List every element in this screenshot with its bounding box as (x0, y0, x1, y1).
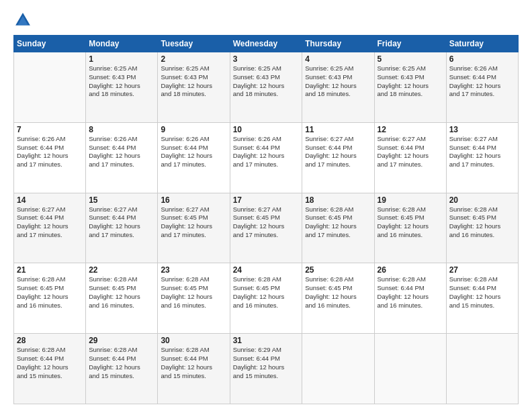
day-info: Sunrise: 6:27 AMSunset: 6:45 PMDaylight:… (161, 205, 226, 240)
calendar-cell: 3Sunrise: 6:25 AMSunset: 6:43 PMDaylight… (230, 52, 302, 123)
day-number: 12 (378, 125, 443, 134)
calendar-cell: 29Sunrise: 6:28 AMSunset: 6:44 PMDayligh… (86, 334, 158, 404)
logo (13, 11, 35, 30)
calendar-week-row: 21Sunrise: 6:28 AMSunset: 6:45 PMDayligh… (14, 263, 519, 334)
day-info: Sunrise: 6:25 AMSunset: 6:43 PMDaylight:… (161, 64, 226, 99)
calendar-cell: 31Sunrise: 6:29 AMSunset: 6:44 PMDayligh… (230, 334, 302, 404)
day-info: Sunrise: 6:26 AMSunset: 6:44 PMDaylight:… (89, 135, 154, 169)
day-number: 5 (378, 54, 443, 64)
header (13, 11, 519, 30)
calendar-week-row: 14Sunrise: 6:27 AMSunset: 6:44 PMDayligh… (14, 193, 519, 263)
day-number: 31 (233, 336, 300, 345)
day-number: 16 (161, 195, 226, 205)
calendar-cell: 20Sunrise: 6:28 AMSunset: 6:45 PMDayligh… (446, 193, 518, 263)
weekday-header: Monday (86, 36, 158, 52)
calendar-cell: 2Sunrise: 6:25 AMSunset: 6:43 PMDaylight… (158, 52, 230, 123)
day-number: 28 (17, 336, 83, 345)
calendar-table: SundayMondayTuesdayWednesdayThursdayFrid… (13, 35, 519, 404)
day-number: 23 (161, 265, 226, 275)
day-number: 30 (161, 336, 226, 345)
calendar-cell: 28Sunrise: 6:28 AMSunset: 6:44 PMDayligh… (14, 334, 86, 404)
calendar-cell: 5Sunrise: 6:25 AMSunset: 6:43 PMDaylight… (374, 52, 446, 123)
day-number: 21 (17, 265, 83, 275)
day-number: 18 (305, 195, 371, 205)
day-info: Sunrise: 6:26 AMSunset: 6:44 PMDaylight:… (233, 135, 300, 169)
calendar-cell: 13Sunrise: 6:27 AMSunset: 6:44 PMDayligh… (446, 122, 518, 193)
day-info: Sunrise: 6:28 AMSunset: 6:44 PMDaylight:… (449, 275, 515, 310)
day-number: 1 (89, 54, 154, 64)
day-info: Sunrise: 6:27 AMSunset: 6:44 PMDaylight:… (89, 205, 154, 240)
day-number: 25 (305, 265, 371, 275)
day-info: Sunrise: 6:25 AMSunset: 6:43 PMDaylight:… (89, 64, 154, 99)
logo-icon (13, 11, 32, 30)
calendar-cell: 26Sunrise: 6:28 AMSunset: 6:44 PMDayligh… (374, 263, 446, 334)
calendar-cell: 19Sunrise: 6:28 AMSunset: 6:45 PMDayligh… (374, 193, 446, 263)
calendar-cell: 24Sunrise: 6:28 AMSunset: 6:45 PMDayligh… (230, 263, 302, 334)
calendar-cell: 14Sunrise: 6:27 AMSunset: 6:44 PMDayligh… (14, 193, 86, 263)
day-number: 27 (449, 265, 515, 275)
day-info: Sunrise: 6:28 AMSunset: 6:45 PMDaylight:… (89, 275, 154, 310)
weekday-header: Wednesday (230, 36, 302, 52)
weekday-header: Tuesday (158, 36, 230, 52)
day-info: Sunrise: 6:27 AMSunset: 6:44 PMDaylight:… (378, 135, 443, 169)
weekday-header: Sunday (14, 36, 86, 52)
day-number: 19 (378, 195, 443, 205)
calendar-cell: 16Sunrise: 6:27 AMSunset: 6:45 PMDayligh… (158, 193, 230, 263)
weekday-header: Friday (374, 36, 446, 52)
day-number: 17 (233, 195, 300, 205)
day-info: Sunrise: 6:29 AMSunset: 6:44 PMDaylight:… (233, 346, 300, 380)
day-info: Sunrise: 6:28 AMSunset: 6:44 PMDaylight:… (17, 346, 83, 380)
weekday-header: Saturday (446, 36, 518, 52)
page: SundayMondayTuesdayWednesdayThursdayFrid… (0, 0, 532, 411)
day-number: 2 (161, 54, 226, 64)
calendar-cell: 1Sunrise: 6:25 AMSunset: 6:43 PMDaylight… (86, 52, 158, 123)
day-info: Sunrise: 6:28 AMSunset: 6:44 PMDaylight:… (89, 346, 154, 380)
day-number: 6 (449, 54, 515, 64)
calendar-cell: 10Sunrise: 6:26 AMSunset: 6:44 PMDayligh… (230, 122, 302, 193)
calendar-cell: 11Sunrise: 6:27 AMSunset: 6:44 PMDayligh… (302, 122, 374, 193)
day-number: 13 (449, 125, 515, 134)
day-info: Sunrise: 6:26 AMSunset: 6:44 PMDaylight:… (17, 135, 83, 169)
day-info: Sunrise: 6:25 AMSunset: 6:43 PMDaylight:… (378, 64, 443, 99)
day-number: 7 (17, 125, 83, 134)
day-number: 15 (89, 195, 154, 205)
day-info: Sunrise: 6:28 AMSunset: 6:44 PMDaylight:… (378, 275, 443, 310)
calendar-header-row: SundayMondayTuesdayWednesdayThursdayFrid… (14, 36, 519, 52)
calendar-week-row: 7Sunrise: 6:26 AMSunset: 6:44 PMDaylight… (14, 122, 519, 193)
calendar-cell: 27Sunrise: 6:28 AMSunset: 6:44 PMDayligh… (446, 263, 518, 334)
day-number: 3 (233, 54, 300, 64)
calendar-cell (14, 52, 86, 123)
day-info: Sunrise: 6:28 AMSunset: 6:45 PMDaylight:… (233, 275, 300, 310)
day-info: Sunrise: 6:28 AMSunset: 6:45 PMDaylight:… (161, 275, 226, 310)
calendar-cell: 21Sunrise: 6:28 AMSunset: 6:45 PMDayligh… (14, 263, 86, 334)
day-info: Sunrise: 6:25 AMSunset: 6:43 PMDaylight:… (233, 64, 300, 99)
calendar-cell: 22Sunrise: 6:28 AMSunset: 6:45 PMDayligh… (86, 263, 158, 334)
calendar-cell: 18Sunrise: 6:28 AMSunset: 6:45 PMDayligh… (302, 193, 374, 263)
day-info: Sunrise: 6:26 AMSunset: 6:44 PMDaylight:… (161, 135, 226, 169)
day-info: Sunrise: 6:28 AMSunset: 6:45 PMDaylight:… (305, 275, 371, 310)
calendar-cell: 12Sunrise: 6:27 AMSunset: 6:44 PMDayligh… (374, 122, 446, 193)
day-info: Sunrise: 6:27 AMSunset: 6:45 PMDaylight:… (233, 205, 300, 240)
day-number: 14 (17, 195, 83, 205)
day-number: 20 (449, 195, 515, 205)
calendar-cell: 4Sunrise: 6:25 AMSunset: 6:43 PMDaylight… (302, 52, 374, 123)
calendar-cell: 9Sunrise: 6:26 AMSunset: 6:44 PMDaylight… (158, 122, 230, 193)
day-number: 10 (233, 125, 300, 134)
calendar-cell: 8Sunrise: 6:26 AMSunset: 6:44 PMDaylight… (86, 122, 158, 193)
calendar-cell: 7Sunrise: 6:26 AMSunset: 6:44 PMDaylight… (14, 122, 86, 193)
day-number: 11 (305, 125, 371, 134)
calendar-week-row: 28Sunrise: 6:28 AMSunset: 6:44 PMDayligh… (14, 334, 519, 404)
day-info: Sunrise: 6:27 AMSunset: 6:44 PMDaylight:… (305, 135, 371, 169)
day-number: 9 (161, 125, 226, 134)
day-info: Sunrise: 6:28 AMSunset: 6:45 PMDaylight:… (17, 275, 83, 310)
day-info: Sunrise: 6:27 AMSunset: 6:44 PMDaylight:… (17, 205, 83, 240)
day-info: Sunrise: 6:27 AMSunset: 6:44 PMDaylight:… (449, 135, 515, 169)
calendar-week-row: 1Sunrise: 6:25 AMSunset: 6:43 PMDaylight… (14, 52, 519, 123)
day-info: Sunrise: 6:28 AMSunset: 6:45 PMDaylight:… (305, 205, 371, 240)
day-number: 29 (89, 336, 154, 345)
calendar-cell: 23Sunrise: 6:28 AMSunset: 6:45 PMDayligh… (158, 263, 230, 334)
day-info: Sunrise: 6:28 AMSunset: 6:44 PMDaylight:… (161, 346, 226, 380)
calendar-cell: 17Sunrise: 6:27 AMSunset: 6:45 PMDayligh… (230, 193, 302, 263)
calendar-body: 1Sunrise: 6:25 AMSunset: 6:43 PMDaylight… (14, 52, 519, 404)
day-number: 4 (305, 54, 371, 64)
